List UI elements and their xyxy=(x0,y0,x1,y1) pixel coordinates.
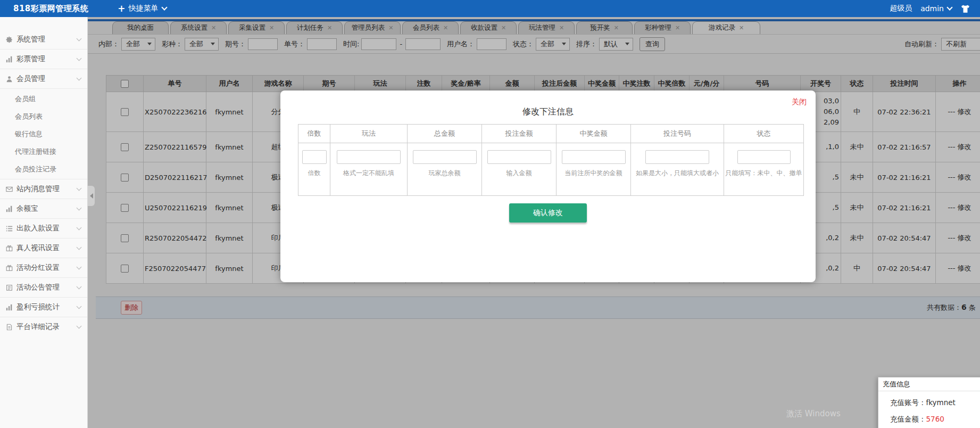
sidebar-item-3[interactable]: 会员管理 xyxy=(0,69,87,88)
list-icon xyxy=(6,225,14,232)
modal-field-hint: 玩家总余额 xyxy=(408,169,481,178)
gift-icon xyxy=(6,245,14,252)
chart-icon xyxy=(6,205,14,212)
modal-column-header: 中奖金额 xyxy=(557,125,631,143)
modal-field-cell: 当前注所中奖的金额 xyxy=(557,143,631,196)
chevron-down-icon xyxy=(77,264,82,269)
modal-column-header: 投注号码 xyxy=(631,125,724,143)
sidebar-item-10[interactable]: 盈利亏损统计 xyxy=(0,297,87,317)
sidebar-item-6[interactable]: 出款入款设置 xyxy=(0,218,87,238)
modal-field-hint: 输入金额 xyxy=(483,169,555,178)
recharge-popup-title: 充值信息 xyxy=(883,380,910,389)
recharge-label: 充值金额： xyxy=(890,415,926,423)
user-icon xyxy=(6,76,14,83)
modal-column-header: 投注金额 xyxy=(482,125,557,143)
sidebar-item-label: 活动公告管理 xyxy=(16,283,60,292)
user-menu[interactable]: admin xyxy=(920,4,952,13)
modal-close-link[interactable]: 关闭 xyxy=(792,97,807,107)
recharge-label: 充值账号： xyxy=(890,398,926,407)
sidebar-item-label: 出款入款设置 xyxy=(16,224,60,233)
modal-field-hint: 如果是大小，只能填大或者小 xyxy=(632,169,723,178)
sidebar-submenu: 会员组会员列表银行信息代理注册链接会员投注记录 xyxy=(0,88,87,179)
sidebar-item-5[interactable]: 余额宝 xyxy=(0,199,87,218)
sidebar-collapse-handle[interactable] xyxy=(88,186,95,206)
recharge-popup-header: 充值信息 关闭 xyxy=(878,377,980,391)
recharge-value: fkymnet xyxy=(926,398,956,407)
sidebar-item-label: 会员管理 xyxy=(16,74,45,84)
recharge-info-row: 充值账号：fkymnet xyxy=(878,398,980,408)
modal-投注号码-input[interactable] xyxy=(645,150,709,164)
chevron-down-icon xyxy=(77,284,82,289)
modal-column-header: 总金额 xyxy=(408,125,482,143)
sidebar: 系统管理彩票管理会员管理会员组会员列表银行信息代理注册链接会员投注记录站内消息管… xyxy=(0,17,88,428)
confirm-modify-button[interactable]: 确认修改 xyxy=(509,203,587,223)
chevron-down-icon xyxy=(77,323,82,328)
plus-icon: + xyxy=(118,3,125,14)
username-label: admin xyxy=(920,4,944,13)
sidebar-item-8[interactable]: 活动分红设置 xyxy=(0,258,87,277)
user-role-label: 超级员 xyxy=(890,4,912,13)
chevron-down-icon xyxy=(77,205,82,210)
sidebar-item-label: 彩票管理 xyxy=(16,54,45,64)
modal-column-header: 倍数 xyxy=(298,125,330,143)
chevron-left-icon xyxy=(90,193,93,199)
modal-field-cell: 玩家总余额 xyxy=(408,143,482,196)
theme-skin-icon[interactable] xyxy=(960,4,970,14)
sidebar-item-label: 系统管理 xyxy=(16,35,45,44)
chevron-down-icon xyxy=(77,225,82,230)
modal-倍数-input[interactable] xyxy=(302,150,327,164)
modal-总金额-input[interactable] xyxy=(413,150,477,164)
modify-bet-modal: 关闭 修改下注信息 倍数玩法总金额投注金额中奖金额投注号码状态倍数格式一定不能乱… xyxy=(280,90,816,282)
sidebar-item-4[interactable]: 站内消息管理 xyxy=(0,179,87,199)
chart-icon xyxy=(6,56,14,63)
navbar-right: 超级员 admin xyxy=(890,4,970,14)
modal-玩法-input[interactable] xyxy=(337,150,401,164)
mail-icon xyxy=(6,186,14,193)
modal-field-cell: 如果是大小，只能填大或者小 xyxy=(631,143,724,196)
sidebar-item-7[interactable]: 真人视讯设置 xyxy=(0,238,87,258)
sidebar-subitem[interactable]: 银行信息 xyxy=(0,125,87,143)
recharge-info-row: 充值金额：5760 xyxy=(878,415,980,424)
modal-field-cell: 输入金额 xyxy=(482,143,557,196)
modal-field-hint: 只能填写：未中、中、撤单 xyxy=(725,169,803,178)
chevron-down-icon xyxy=(77,244,82,250)
sidebar-subitem[interactable]: 会员投注记录 xyxy=(0,160,87,178)
app-title: 818彩票网管理系统 xyxy=(13,4,88,14)
chevron-down-icon xyxy=(77,36,82,41)
modal-中奖金额-input[interactable] xyxy=(562,150,626,164)
sidebar-subitem[interactable]: 会员列表 xyxy=(0,108,87,125)
sidebar-item-label: 活动分红设置 xyxy=(16,263,60,273)
modal-field-cell: 倍数 xyxy=(298,143,330,196)
chevron-down-icon xyxy=(77,75,82,80)
modal-状态-input[interactable] xyxy=(737,150,791,164)
modal-field-hint: 格式一定不能乱填 xyxy=(331,169,406,178)
sidebar-item-9[interactable]: 活动公告管理 xyxy=(0,277,87,297)
chart-icon xyxy=(6,304,14,311)
gear-icon xyxy=(6,36,14,43)
chevron-down-icon xyxy=(77,55,82,61)
sidebar-item-2[interactable]: 彩票管理 xyxy=(0,49,87,69)
sidebar-item-1[interactable]: 系统管理 xyxy=(0,30,87,49)
sidebar-item-11[interactable]: 平台详细记录 xyxy=(0,317,87,336)
chevron-down-icon xyxy=(77,185,82,191)
sidebar-subitem[interactable]: 会员组 xyxy=(0,90,87,108)
chevron-down-icon xyxy=(161,4,167,10)
sidebar-item-label: 站内消息管理 xyxy=(16,184,60,194)
sidebar-item-label: 盈利亏损统计 xyxy=(16,302,60,312)
sidebar-item-label: 平台详细记录 xyxy=(16,322,60,332)
gift-icon xyxy=(6,265,14,271)
chevron-down-icon xyxy=(77,303,82,309)
notice-icon xyxy=(6,284,14,291)
quick-menu-button[interactable]: + 快捷菜单 xyxy=(118,3,166,14)
sidebar-subitem[interactable]: 代理注册链接 xyxy=(0,143,87,160)
modal-field-hint: 当前注所中奖的金额 xyxy=(557,169,630,178)
chevron-down-icon xyxy=(946,4,952,10)
recharge-value: 5760 xyxy=(926,415,944,423)
modal-column-header: 状态 xyxy=(724,125,804,143)
quick-menu-label: 快捷菜单 xyxy=(129,4,159,13)
recharge-info-popup: 充值信息 关闭 充值账号：fkymnet充值金额：5760 xyxy=(878,377,980,428)
modal-column-header: 玩法 xyxy=(330,125,408,143)
doc-icon xyxy=(6,324,14,331)
modal-投注金额-input[interactable] xyxy=(487,150,551,164)
modal-field-hint: 倍数 xyxy=(299,169,329,178)
